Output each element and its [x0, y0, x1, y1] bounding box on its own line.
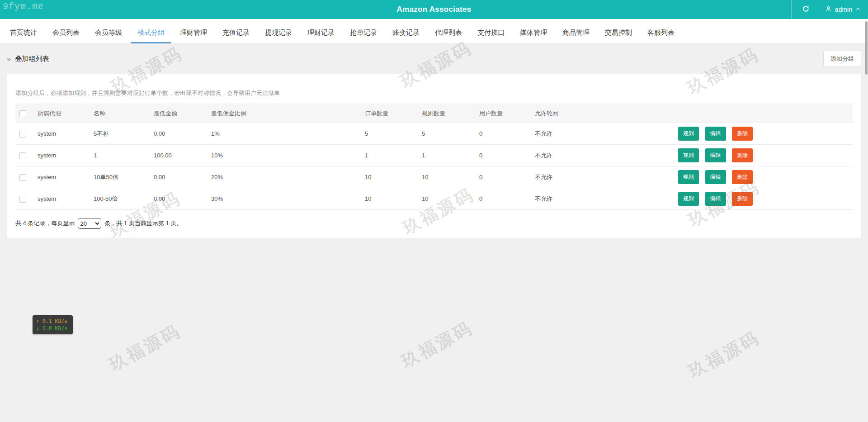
upload-speed-value: 0.1 KB/s — [42, 318, 67, 324]
add-group-button[interactable]: 添加分组 — [823, 51, 861, 67]
tab-account-change-records[interactable]: 账变记录 — [385, 19, 427, 43]
cell-agent: system — [38, 123, 94, 145]
row-checkbox[interactable] — [19, 174, 26, 181]
cell-min-commission: 30% — [211, 188, 365, 210]
chevron-up-icon — [855, 6, 861, 13]
notice-text: 添加分组后，必须添加规则，并且规则需要对应好订单个数，若出现不对称情况，会导致用… — [15, 89, 853, 97]
tab-product-manage[interactable]: 商品管理 — [555, 19, 597, 43]
select-all-checkbox[interactable] — [19, 110, 26, 117]
cell-min-amount: 100.00 — [154, 145, 211, 166]
refresh-icon — [802, 5, 810, 14]
cell-name: 1 — [94, 145, 154, 166]
table-row: system 1 100.00 10% 1 1 0 不允许 规则 编辑 删除 — [15, 145, 853, 166]
topbar-right: admin — [791, 0, 866, 19]
cell-orders: 5 — [365, 123, 422, 145]
tab-grab-order-records[interactable]: 抢单记录 — [342, 19, 385, 43]
tab-agent-list[interactable]: 代理列表 — [427, 19, 470, 43]
breadcrumb-row: » 叠加组列表 添加分组 — [0, 44, 868, 74]
cell-loop: 不允许 — [535, 145, 678, 166]
rules-button[interactable]: 规则 — [678, 192, 699, 206]
upload-speed: ↑ 0.1 KB/s — [36, 318, 69, 325]
watermark: 玖福源码 — [105, 319, 185, 376]
refresh-button[interactable] — [792, 0, 821, 19]
cell-users: 0 — [479, 166, 535, 188]
delete-button[interactable]: 删除 — [732, 148, 753, 162]
cell-actions: 规则 编辑 删除 — [678, 188, 853, 210]
cell-users: 0 — [479, 145, 535, 166]
tab-finance-manage[interactable]: 理财管理 — [172, 19, 215, 43]
cell-min-amount: 0.00 — [154, 123, 211, 145]
table-header-row: 所属代理 名称 最低金额 最低佣金比例 订单数量 规则数量 用户数量 允许轮回 — [15, 104, 853, 123]
username: admin — [835, 6, 852, 13]
delete-button[interactable]: 删除 — [732, 192, 753, 206]
tab-home-stats[interactable]: 首页统计 — [2, 19, 45, 43]
tab-finance-records[interactable]: 理财记录 — [300, 19, 342, 43]
rules-button[interactable]: 规则 — [678, 148, 699, 162]
user-menu[interactable]: admin — [821, 0, 866, 19]
cell-actions: 规则 编辑 删除 — [678, 166, 853, 188]
col-min-amount: 最低金额 — [154, 104, 211, 123]
pagination-suffix: 条，共 1 页当前显示第 1 页。 — [104, 219, 182, 228]
cell-users: 0 — [479, 188, 535, 210]
topbar: 9fym.me Amazon Associates admin — [0, 0, 868, 19]
tab-mode-group[interactable]: 模式分组 — [130, 19, 172, 43]
tab-member-level[interactable]: 会员等级 — [87, 19, 130, 43]
tab-trade-control[interactable]: 交易控制 — [597, 19, 640, 43]
tab-member-list[interactable]: 会员列表 — [45, 19, 87, 43]
page-title: 叠加组列表 — [15, 55, 49, 63]
tab-media-manage[interactable]: 媒体管理 — [512, 19, 555, 43]
edit-button[interactable]: 编辑 — [705, 192, 726, 206]
edit-button[interactable]: 编辑 — [705, 170, 726, 184]
row-checkbox[interactable] — [19, 196, 26, 203]
delete-button[interactable]: 删除 — [732, 127, 753, 141]
cell-loop: 不允许 — [535, 123, 678, 145]
cell-agent: system — [38, 166, 94, 188]
cell-actions: 规则 编辑 删除 — [678, 145, 853, 166]
tab-service-list[interactable]: 客服列表 — [640, 19, 682, 43]
vertical-scrollbar[interactable] — [865, 21, 868, 75]
cell-agent: system — [38, 145, 94, 166]
col-rules: 规则数量 — [422, 104, 479, 123]
main-nav: 首页统计 会员列表 会员等级 模式分组 理财管理 充值记录 提现记录 理财记录 … — [0, 19, 868, 44]
cell-min-amount: 0.00 — [154, 188, 211, 210]
cell-orders: 10 — [365, 166, 422, 188]
rules-button[interactable]: 规则 — [678, 127, 699, 141]
table-row: system 5不补 0.00 1% 5 5 0 不允许 规则 编辑 删除 — [15, 123, 853, 145]
cell-min-commission: 1% — [211, 123, 365, 145]
pagination-prefix: 共 4 条记录，每页显示 — [15, 219, 75, 228]
user-icon — [825, 5, 832, 14]
groups-table: 所属代理 名称 最低金额 最低佣金比例 订单数量 规则数量 用户数量 允许轮回 … — [15, 104, 853, 210]
tab-recharge-records[interactable]: 充值记录 — [215, 19, 257, 43]
cell-loop: 不允许 — [535, 188, 678, 210]
rules-button[interactable]: 规则 — [678, 170, 699, 184]
edit-button[interactable]: 编辑 — [705, 127, 726, 141]
cell-min-commission: 10% — [211, 145, 365, 166]
row-checkbox[interactable] — [19, 152, 26, 159]
app-title: Amazon Associates — [0, 0, 868, 19]
upload-arrow-icon: ↑ — [36, 318, 39, 324]
col-actions — [678, 104, 853, 123]
cell-actions: 规则 编辑 删除 — [678, 123, 853, 145]
cell-name: 100-50倍 — [94, 188, 154, 210]
edit-button[interactable]: 编辑 — [705, 148, 726, 162]
download-speed: ↓ 0.0 KB/s — [36, 325, 69, 332]
col-name: 名称 — [94, 104, 154, 123]
col-agent: 所属代理 — [38, 104, 94, 123]
network-speed-monitor: ↑ 0.1 KB/s ↓ 0.0 KB/s — [33, 315, 73, 334]
tab-payment-api[interactable]: 支付接口 — [470, 19, 512, 43]
cell-loop: 不允许 — [535, 166, 678, 188]
cell-users: 0 — [479, 123, 535, 145]
cell-min-commission: 20% — [211, 166, 365, 188]
watermark: 玖福源码 — [397, 316, 477, 373]
cell-name: 5不补 — [94, 123, 154, 145]
cell-min-amount: 0.00 — [154, 166, 211, 188]
cell-rules: 10 — [422, 188, 479, 210]
row-checkbox[interactable] — [19, 131, 26, 138]
site-watermark: 9fym.me — [3, 1, 44, 12]
col-loop: 允许轮回 — [535, 104, 678, 123]
double-chevron-icon: » — [7, 55, 11, 63]
tab-withdraw-records[interactable]: 提现记录 — [257, 19, 300, 43]
delete-button[interactable]: 删除 — [732, 170, 753, 184]
page-size-select[interactable]: 20 — [78, 218, 101, 229]
cell-name: 10单50倍 — [94, 166, 154, 188]
